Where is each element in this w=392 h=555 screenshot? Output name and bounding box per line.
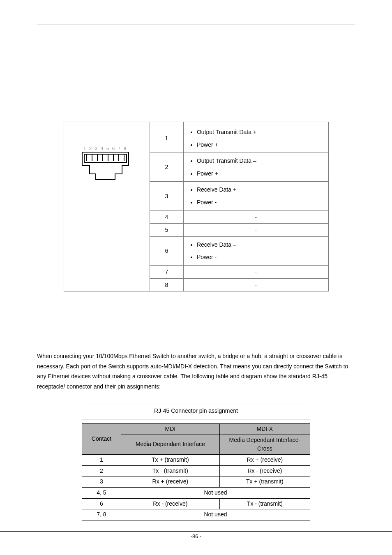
t2-mdi: Tx - (transmit) [121,465,219,476]
body-paragraph: When connecting your 10/100Mbps Ethernet… [37,351,355,391]
desc-item: Power - [197,197,326,208]
desc-item: Output Transmit Data + [197,127,326,138]
t2-contact: 3 [82,476,121,488]
header-contact: Contact [82,423,121,454]
bottom-rule [0,531,392,532]
desc-item: Power - [197,252,326,263]
desc-cell: Output Transmit Data – Power + [183,153,328,182]
t2-span: Not used [121,487,310,498]
pin-cell: 8 [150,278,183,291]
desc-item: Receive Data + [197,184,326,195]
svg-text:5: 5 [106,146,109,151]
desc-item: Power + [197,139,326,150]
t2-contact: 2 [82,465,121,476]
page: 1 2 3 4 5 6 7 8 [0,0,392,555]
rj45-diagram: 1 2 3 4 5 6 7 8 [76,142,138,183]
desc-cell: - [183,278,328,291]
header-mdix-bottom: Media Dependant Interface-Cross [219,435,310,454]
desc-cell: - [183,224,328,237]
t2-mdix: Tx - (transmit) [219,498,310,509]
header-mdix-top: MDI-X [219,423,310,435]
t2-mdi: Tx + (transmit) [121,454,219,465]
connector-image-cell: 1 2 3 4 5 6 7 8 [64,122,150,291]
header-mdi-top: MDI [121,423,219,435]
desc-cell: - [183,210,328,224]
svg-text:7: 7 [118,146,120,151]
table2-title: RJ-45 Connector pin assignment [82,403,310,419]
t2-contact: 6 [82,498,121,509]
pin-description-table: 1 2 3 4 5 6 7 8 [64,122,329,291]
top-rule [37,25,355,25]
desc-cell: Receive Data – Power - [183,236,328,265]
svg-text:3: 3 [95,146,97,151]
desc-cell: - [183,265,328,278]
t2-contact: 1 [82,454,121,465]
pin-cell: 3 [150,182,183,210]
pin-cell: 6 [150,236,183,265]
svg-text:2: 2 [89,146,92,151]
pin-assignment-table: RJ-45 Connector pin assignment Contact M… [82,403,310,520]
pin-cell: 5 [150,224,183,237]
pin-cell: 7 [150,265,183,278]
svg-text:4: 4 [101,146,103,151]
desc-cell: Receive Data + Power - [183,182,328,210]
svg-text:6: 6 [112,146,115,151]
svg-rect-7 [84,154,127,162]
pin-cell: 2 [150,153,183,182]
svg-text:8: 8 [124,146,126,151]
desc-cell: Output Transmit Data + Power + [183,124,328,153]
desc-item: Power + [197,168,326,179]
rj45-pin-numbers: 1 [83,146,86,151]
page-number-text: -86 - [0,533,392,539]
t2-mdix: Rx + (receive) [219,454,310,465]
pin-cell: 4 [150,210,183,224]
t2-mdix: Rx - (receive) [219,465,310,476]
page-number: -86 - [0,519,392,539]
pin-cell: 1 [150,124,183,153]
t2-mdi: Rx + (receive) [121,476,219,488]
desc-item: Receive Data – [197,239,326,250]
table2-spacer [82,419,310,423]
header-mdi-bottom: Media Dependant Interface [121,435,219,454]
t2-mdi: Rx - (receive) [121,498,219,509]
t2-contact: 4, 5 [82,487,121,498]
desc-item: Output Transmit Data – [197,155,326,166]
t2-mdix: Tx + (transmit) [219,476,310,488]
